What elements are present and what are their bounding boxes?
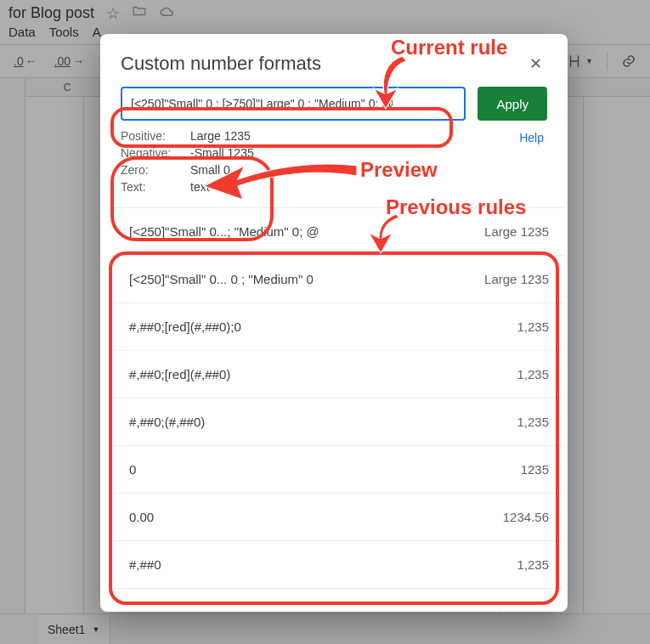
previous-rule-row[interactable]: #,##0 1,235 [112,541,564,589]
previous-rule-row[interactable]: [<250]"Small" 0...; "Medium" 0; @ Large … [112,208,564,256]
help-link[interactable]: Help [519,131,544,144]
preview-zero-label: Zero: [121,163,184,177]
previous-rule-row[interactable]: [<250]"Small" 0... 0 ; "Medium" 0 Large … [112,256,564,303]
rule-format: #,##0;[red](#,##0);0 [129,319,241,334]
preview-negative-label: Negative: [121,146,184,160]
preview-positive-label: Positive: [121,129,184,143]
preview-text-label: Text: [121,180,184,194]
preview-negative-value: -Small 1235 [190,146,547,160]
rule-sample: 1235 [521,462,549,477]
rule-sample: Large 1235 [484,224,549,239]
close-icon[interactable]: ✕ [524,49,547,78]
previous-rule-row[interactable]: 0 1235 [112,446,564,494]
rule-sample: 1234.56 [503,510,549,524]
format-input[interactable] [121,87,466,121]
rule-format: [<250]"Small" 0...; "Medium" 0; @ [129,224,319,239]
apply-button[interactable]: Apply [478,87,547,121]
rule-format: 0 [129,462,136,477]
rule-sample: 1,235 [517,367,549,381]
rule-format: #,##0;(#,##0) [129,415,205,429]
previous-rules-list[interactable]: [<250]"Small" 0...; "Medium" 0; @ Large … [112,207,564,600]
previous-rule-row[interactable]: #,##0;[red](#,##0);0 1,235 [112,303,564,351]
dialog-title: Custom number formats [121,53,321,75]
previous-rule-row[interactable]: #,##0;(#,##0) 1,235 [112,398,564,446]
format-preview: Help Positive: Large 1235 Negative: -Sma… [100,121,568,199]
rule-format: #,##0;[red](#,##0) [129,367,230,381]
rule-format: [<250]"Small" 0... 0 ; "Medium" 0 [129,272,314,286]
previous-rule-row[interactable]: #,##0;[red](#,##0) 1,235 [112,351,564,398]
custom-number-formats-dialog: Custom number formats ✕ Apply Help Posit… [100,34,568,612]
rule-sample: 1,235 [517,415,549,429]
rule-sample: Large 1235 [484,272,549,286]
rule-format: #,##0 [129,557,161,572]
rule-format: 0.00 [129,510,154,524]
previous-rule-row[interactable]: 0.00 1234.56 [112,494,564,541]
preview-positive-value: Large 1235 [190,129,547,143]
preview-text-value: text [190,180,547,194]
rule-sample: 1,235 [517,557,549,572]
preview-zero-value: Small 0 [190,163,547,177]
rule-sample: 1,235 [517,319,549,334]
